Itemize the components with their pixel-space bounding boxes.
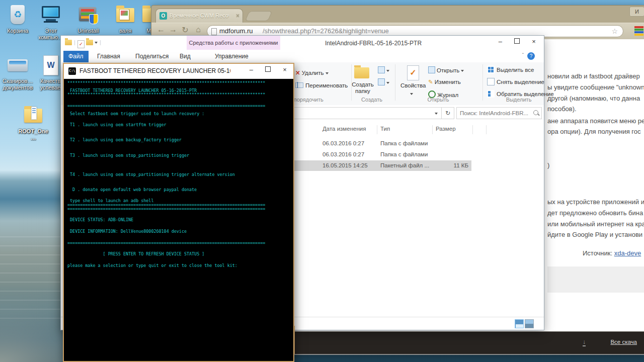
source-line: Источник: xda-deve	[583, 249, 641, 257]
edit-button[interactable]: ✎ Изменить	[428, 78, 461, 85]
console-titlebar: C:\ FASTBOOT TETHERED RECOVERY LAUNCHER …	[64, 64, 293, 79]
search-icon	[533, 110, 538, 115]
new-item-button[interactable]	[378, 78, 389, 85]
quick-access-toolbar[interactable]: |✓ |	[65, 39, 103, 48]
properties-dropdown[interactable]	[410, 90, 413, 97]
console-output[interactable]: ****************************************…	[64, 78, 293, 361]
contextual-tab-header: Средства работы с приложениями	[187, 36, 280, 50]
window-title: IntelAndroid-FBRL-05-16-2015-PTR	[325, 40, 422, 47]
page-icon	[211, 28, 217, 35]
minimize-button[interactable]: –	[244, 66, 259, 73]
site-favicon: O	[159, 12, 167, 20]
tab-title: Временное CWM Recove	[170, 13, 229, 19]
page-text-line: ых на устройстве приложений и	[547, 198, 644, 206]
forward-icon[interactable]: →	[168, 25, 179, 34]
folder-icon[interactable]	[86, 40, 93, 45]
computer-icon	[40, 4, 62, 26]
rename-icon	[295, 82, 303, 88]
desktop-icon-label: ROOT_One…	[17, 128, 49, 141]
desktop-icon-label: валя	[109, 28, 141, 34]
back-icon[interactable]: ←	[155, 25, 167, 34]
page-text-line: пособов).	[547, 105, 577, 113]
maximize-button[interactable]	[261, 66, 276, 73]
help-icon[interactable]: ?	[527, 52, 535, 60]
easy-access-button[interactable]	[378, 66, 389, 73]
search-box[interactable]: Поиск: IntelAndroid-FBR...	[456, 107, 542, 119]
chevron-down-icon[interactable]	[95, 42, 98, 44]
select-all-button[interactable]: Выделить все	[488, 66, 534, 73]
desktop-icon-recycle-bin[interactable]: ♻ Корзина	[2, 4, 34, 34]
home-icon[interactable]: ⌂	[193, 25, 204, 34]
console-window: C:\ FASTBOOT TETHERED RECOVERY LAUNCHER …	[63, 63, 294, 362]
browser-corner-fragment: И	[629, 7, 644, 17]
tab-share[interactable]: Поделиться	[130, 51, 174, 62]
tab-view[interactable]: Вид	[175, 51, 196, 62]
refresh-button[interactable]: ↻	[441, 107, 454, 119]
address-dropdown-icon[interactable]	[435, 108, 438, 119]
desktop-icon-label: Uninstall	[72, 28, 104, 34]
desktop-icon-label: Сканиров… документов	[2, 78, 34, 91]
close-button[interactable]: ×	[277, 66, 292, 73]
scanner-icon	[7, 54, 29, 76]
folder-icon	[114, 4, 136, 26]
reload-icon[interactable]: ↻	[180, 25, 191, 35]
source-link[interactable]: xda-deve	[614, 249, 641, 257]
collapse-ribbon-icon[interactable]: ˆ	[522, 53, 524, 58]
close-button[interactable]: ×	[526, 38, 541, 45]
desktop-icon-valya-folder[interactable]: валя	[109, 4, 141, 34]
new-folder-icon[interactable]	[354, 67, 369, 78]
desktop-icon-uninstall[interactable]: Uninstall	[72, 4, 104, 34]
select-all-icon	[488, 66, 494, 73]
all-downloads-link[interactable]: Все скача	[610, 339, 637, 345]
desktop-icon-root-folder[interactable]: ROOT_One…	[17, 105, 49, 141]
rename-button[interactable]: Переименовать	[295, 82, 348, 88]
copy-icon	[378, 66, 385, 73]
download-arrow-icon: ↓	[583, 338, 586, 346]
delete-button[interactable]: ✕Удалить	[295, 69, 329, 76]
new-tab-button[interactable]	[245, 11, 273, 21]
tab-manage[interactable]: Управление	[210, 51, 254, 62]
group-label-select: Выделить	[494, 97, 544, 103]
tab-file[interactable]: Файл	[63, 51, 89, 62]
ribbon-tabs: Файл Главная Поделиться Вид Управление	[61, 51, 544, 63]
details-view-icon[interactable]	[515, 319, 524, 328]
uninstall-icon	[77, 4, 99, 26]
folder-icon[interactable]	[65, 40, 72, 45]
page-text-line: ане аппарата появится меню ре	[547, 117, 644, 125]
properties-icon[interactable]: ✓	[77, 40, 85, 48]
select-none-button[interactable]: Снять выделение	[488, 78, 544, 85]
page-text-line: дет предложено обновить бина	[547, 209, 643, 217]
properties-button[interactable]: Свойства	[400, 82, 426, 88]
cmd-icon: C:\	[68, 67, 76, 75]
maximize-button[interactable]	[510, 38, 525, 45]
minimize-button[interactable]: –	[493, 38, 508, 45]
column-header-size[interactable]: Размер	[436, 126, 456, 132]
open-button[interactable]: Открыть	[428, 66, 464, 73]
properties-icon[interactable]: ✓	[407, 65, 419, 80]
source-label: Источник:	[583, 249, 612, 257]
page-text-line: йдите в Google Play и установи	[547, 231, 642, 238]
page-text-line: )	[547, 161, 549, 169]
page-text-line: или мобильный интернет на кра	[547, 220, 644, 228]
window-controls: – ×	[493, 38, 541, 45]
tab-close-icon[interactable]: ×	[236, 12, 239, 19]
console-title: FASTBOOT TETHERED RECOVERY LAUNCHER 05-1…	[79, 67, 230, 74]
page-text-line: ы увидите сообщение "unknown	[547, 83, 644, 91]
column-header-date[interactable]: Дата изменения	[323, 126, 366, 132]
desktop-icon-scan-documents[interactable]: Сканиров… документов	[2, 54, 34, 91]
thumbnails-view-icon[interactable]	[525, 319, 534, 328]
folder-icon	[22, 105, 44, 127]
browser-tab[interactable]: O Временное CWM Recove ×	[155, 9, 243, 23]
bookmark-star-icon[interactable]: ☆	[611, 26, 618, 37]
extension-icon[interactable]	[634, 26, 643, 35]
column-header-type[interactable]: Тип	[380, 126, 390, 132]
new-folder-button[interactable]: Создать папку	[351, 81, 375, 95]
word-document-icon: W	[39, 54, 61, 76]
page-text-line: другой (напоминаю, что данна	[547, 95, 640, 102]
quote-block	[547, 266, 644, 293]
search-placeholder: Поиск: IntelAndroid-FBR...	[460, 110, 528, 116]
tab-home[interactable]: Главная	[92, 51, 125, 62]
edit-pencil-icon: ✎	[428, 79, 433, 85]
new-item-icon	[378, 78, 385, 85]
group-label-open: Открыть	[413, 97, 463, 103]
